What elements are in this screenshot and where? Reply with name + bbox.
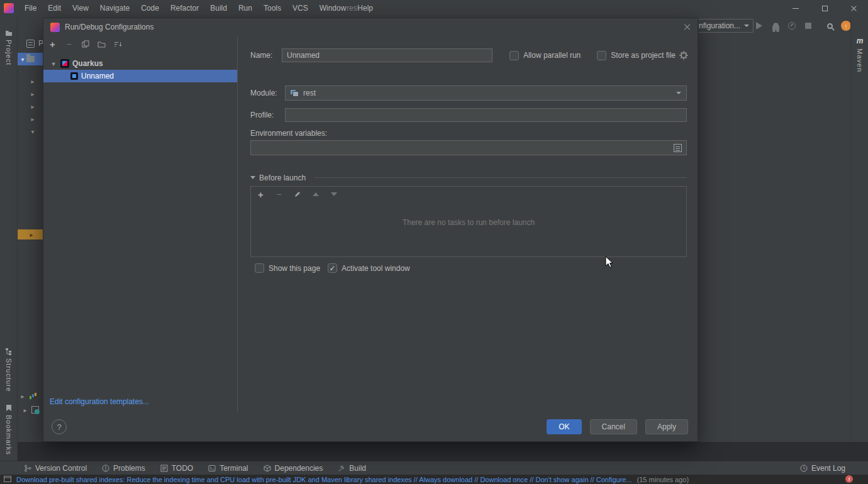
tree-row[interactable]: ▸ [18, 392, 43, 400]
mouse-cursor [605, 256, 614, 268]
copy-configuration-button[interactable] [81, 40, 89, 48]
module-row: Module: rest [250, 85, 687, 101]
menu-file[interactable]: File [19, 0, 42, 16]
tab-label: Dependencies [275, 464, 323, 473]
branch-icon [24, 465, 31, 472]
arrow-up-icon [313, 192, 319, 196]
chevron-right-icon: ▸ [19, 393, 26, 400]
close-window-button[interactable] [839, 0, 868, 16]
folder-icon [26, 56, 35, 62]
tab-terminal[interactable]: Terminal [201, 461, 255, 475]
help-button[interactable]: ? [52, 419, 67, 434]
module-dropdown[interactable]: rest [285, 85, 687, 101]
menu-code[interactable]: Code [135, 0, 165, 16]
search-everywhere-button[interactable] [825, 21, 835, 31]
tab-event-log[interactable]: Event Log [793, 461, 853, 475]
new-folder-button[interactable] [97, 41, 106, 48]
checkbox-unchecked-icon [255, 263, 264, 273]
tool-window-bookmarks[interactable]: Bookmarks [0, 404, 18, 455]
tool-window-project[interactable]: Project [0, 29, 18, 65]
update-notification-button[interactable] [841, 21, 851, 31]
sort-configurations-button[interactable] [114, 41, 122, 48]
ok-button[interactable]: OK [547, 419, 581, 434]
allow-parallel-run-checkbox[interactable]: Allow parallel run [509, 51, 581, 60]
move-task-down-button[interactable] [330, 192, 338, 196]
name-input[interactable] [282, 48, 492, 62]
remove-configuration-button[interactable]: − [65, 40, 73, 48]
add-configuration-button[interactable]: + [48, 40, 57, 49]
new-folder-icon [97, 41, 106, 48]
remove-task-button[interactable]: − [275, 190, 283, 199]
checkbox-unchecked-icon [597, 51, 606, 60]
cancel-button[interactable]: Cancel [590, 419, 637, 434]
menu-build[interactable]: Build [204, 0, 233, 16]
window-icon [4, 476, 11, 483]
tree-row-highlighted[interactable]: ▸ [18, 229, 43, 239]
edit-task-button[interactable] [293, 190, 301, 198]
minimize-icon [793, 8, 799, 9]
profiler-button[interactable] [787, 21, 797, 31]
environment-variables-field [250, 140, 687, 155]
fatal-error-icon[interactable] [845, 475, 853, 483]
structure-stripe-label: Structure [5, 358, 13, 392]
tree-row[interactable]: ▸ [29, 116, 43, 123]
tab-version-control[interactable]: Version Control [16, 461, 94, 475]
before-launch-header[interactable]: Before launch [250, 173, 687, 182]
tab-label: Version Control [35, 464, 87, 473]
stop-button[interactable] [803, 21, 813, 31]
chevron-right-icon: ▸ [29, 103, 36, 110]
tree-row-selected[interactable]: ▾ [18, 53, 43, 65]
tree-row[interactable]: ▸ [29, 78, 43, 85]
apply-button[interactable]: Apply [645, 419, 688, 434]
tab-build[interactable]: Build [330, 461, 374, 475]
update-icon [841, 21, 851, 31]
minimize-button[interactable] [781, 0, 810, 16]
dialog-close-button[interactable] [683, 23, 691, 31]
minus-icon: − [66, 40, 71, 48]
edit-configuration-templates-link[interactable]: Edit configuration templates... [50, 397, 149, 406]
add-task-button[interactable]: + [257, 190, 265, 199]
activate-tool-window-checkbox[interactable]: Activate tool window [328, 263, 410, 273]
plus-icon: + [258, 190, 264, 199]
tab-dependencies[interactable]: Dependencies [256, 461, 331, 475]
chevron-right-icon: ▸ [29, 78, 36, 85]
tool-window-structure[interactable]: Structure [0, 348, 18, 392]
menu-navigate[interactable]: Navigate [94, 0, 135, 16]
browse-variables-icon[interactable] [674, 144, 682, 152]
project-view-header[interactable]: Pr [26, 39, 43, 48]
menu-view[interactable]: View [67, 0, 94, 16]
run-configuration-combo[interactable]: nfiguration... [691, 19, 754, 33]
chevron-right-icon: ▸ [21, 407, 29, 414]
profile-input[interactable] [285, 108, 687, 122]
menu-edit[interactable]: Edit [42, 0, 67, 16]
tree-item-unnamed-selected[interactable]: Unnamed [43, 70, 237, 82]
tree-row[interactable]: ▸ [18, 406, 43, 414]
debug-button[interactable] [771, 21, 781, 31]
tree-row[interactable]: ▸ [29, 91, 43, 97]
move-task-up-button[interactable] [311, 192, 320, 196]
store-as-project-file-checkbox[interactable]: Store as project file [597, 51, 676, 60]
dialog-footer: ? OK Cancel Apply [43, 412, 698, 441]
menu-vcs[interactable]: VCS [287, 0, 314, 16]
tool-window-maven[interactable]: m Maven [851, 36, 868, 72]
tree-row[interactable]: ▾ [29, 128, 43, 135]
tab-todo[interactable]: TODO [153, 461, 201, 475]
checkbox-checked-icon [328, 263, 337, 273]
environment-variables-input[interactable] [255, 143, 674, 152]
gear-icon[interactable] [681, 52, 687, 58]
menu-refactor[interactable]: Refactor [165, 0, 204, 16]
menu-run[interactable]: Run [233, 0, 258, 16]
tab-problems[interactable]: Problems [94, 461, 153, 475]
tree-group-quarkus[interactable]: ▾ Quarkus [43, 57, 237, 70]
run-button[interactable] [754, 21, 764, 31]
collapse-arrow-icon [250, 176, 255, 179]
maximize-button[interactable] [810, 0, 839, 16]
store-as-project-file-label: Store as project file [611, 51, 676, 60]
menu-tools[interactable]: Tools [258, 0, 287, 16]
tree-row[interactable]: ▸ [29, 103, 43, 110]
tab-label: Event Log [811, 464, 845, 473]
status-message-link[interactable]: Download pre-built shared indexes: Reduc… [16, 476, 632, 483]
configurations-toolbar: + − [43, 36, 237, 52]
show-this-page-checkbox[interactable]: Show this page [255, 263, 320, 273]
environment-variables-label: Environment variables: [250, 129, 327, 138]
